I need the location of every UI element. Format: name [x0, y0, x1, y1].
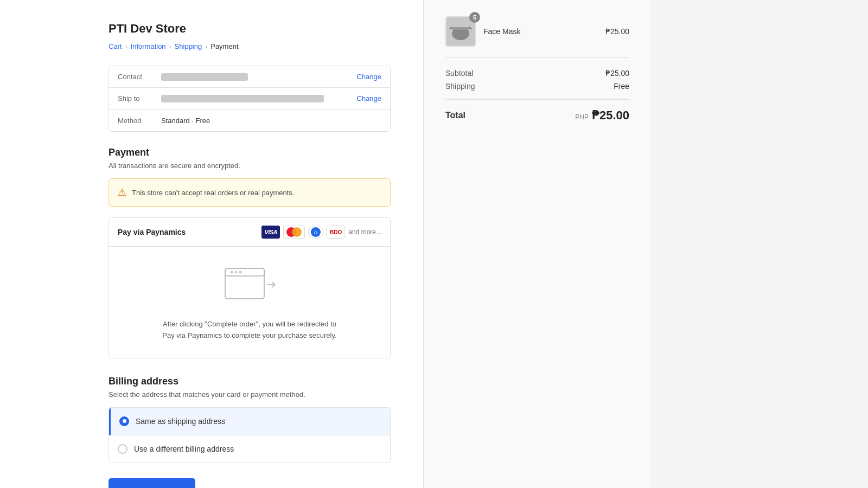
method-row: Method Standard · Free — [109, 110, 390, 131]
svg-point-5 — [235, 271, 238, 274]
total-amount: ₱25.00 — [592, 108, 629, 123]
method-value: Standard · Free — [161, 116, 381, 125]
ship-to-placeholder — [161, 95, 324, 102]
total-label: Total — [445, 111, 465, 120]
payment-icons: VISA G BDO and more... — [261, 226, 381, 239]
redirect-text: After clicking "Complete order", you wil… — [157, 319, 342, 342]
item-image-wrap: 5 — [445, 16, 476, 47]
warning-icon: ⚠ — [118, 187, 126, 198]
svg-point-4 — [231, 271, 233, 274]
total-currency: PHP — [575, 113, 589, 121]
billing-option-same[interactable]: Same as shipping address — [109, 408, 390, 435]
radio-different-billing[interactable] — [118, 444, 127, 454]
gcash-icon: G — [308, 226, 323, 239]
svg-text:G: G — [314, 230, 317, 235]
subtotal-value: ₱25.00 — [605, 69, 629, 78]
payment-header: Pay via Paynamics VISA G — [109, 218, 390, 247]
billing-option-different[interactable]: Use a different billing address — [109, 435, 390, 463]
item-quantity-badge: 5 — [469, 12, 480, 23]
shipping-value: Free — [614, 82, 629, 91]
contact-change-link[interactable]: Change — [356, 73, 381, 81]
billing-section: Billing address Select the address that … — [108, 376, 391, 463]
radio-same-shipping[interactable] — [119, 416, 129, 426]
breadcrumb-shipping[interactable]: Shipping — [175, 42, 202, 50]
svg-rect-10 — [452, 27, 469, 30]
ship-to-change-link[interactable]: Change — [356, 94, 381, 102]
contact-value — [161, 73, 356, 81]
item-details: Face Mask — [483, 27, 598, 36]
summary-rows: Subtotal ₱25.00 Shipping Free — [445, 69, 629, 91]
payment-body: After clicking "Complete order", you wil… — [109, 247, 390, 358]
billing-label-same: Same as shipping address — [136, 417, 225, 426]
breadcrumb-information[interactable]: Information — [131, 42, 166, 50]
total-row: Total PHP ₱25.00 — [445, 99, 629, 123]
visa-icon: VISA — [261, 226, 280, 239]
total-value-wrap: PHP ₱25.00 — [575, 108, 629, 123]
more-text: and more... — [348, 228, 381, 236]
right-panel: 5 Face Mask ₱25.00 Subtotal ₱25.00 Shipp… — [423, 0, 651, 488]
shipping-row: Shipping Free — [445, 82, 629, 91]
breadcrumb-sep-3: › — [205, 43, 207, 50]
contact-label: Contact — [118, 73, 161, 81]
mc-orange-circle — [292, 227, 302, 237]
item-name: Face Mask — [483, 27, 598, 36]
order-info-box: Contact Change Ship to Change Method Sta… — [108, 66, 391, 132]
warning-box: ⚠ This store can't accept real orders or… — [108, 178, 391, 207]
redirect-illustration — [220, 263, 279, 308]
bdo-icon: BDO — [327, 226, 345, 239]
order-item: 5 Face Mask ₱25.00 — [445, 16, 629, 58]
mastercard-icon — [283, 226, 305, 239]
store-title: PTI Dev Store — [108, 22, 391, 36]
payment-method-box: Pay via Paynamics VISA G — [108, 217, 391, 358]
billing-title: Billing address — [108, 376, 391, 387]
billing-label-different: Use a different billing address — [134, 445, 234, 453]
ship-to-row: Ship to Change — [109, 88, 390, 110]
billing-options: Same as shipping address Use a different… — [108, 407, 391, 463]
breadcrumb-cart[interactable]: Cart — [108, 42, 122, 50]
item-price: ₱25.00 — [605, 27, 629, 36]
payment-method-title: Pay via Paynamics — [118, 228, 186, 236]
method-label: Method — [118, 117, 161, 125]
breadcrumb-sep-2: › — [169, 43, 171, 50]
breadcrumb-payment: Payment — [210, 42, 238, 50]
ship-to-value — [161, 95, 356, 102]
shipping-label: Shipping — [445, 82, 475, 91]
action-row: Complete order Return to shipping — [108, 478, 391, 488]
contact-row: Contact Change — [109, 66, 390, 88]
payment-section-title: Payment — [108, 147, 391, 158]
billing-subtitle: Select the address that matches your car… — [108, 390, 391, 399]
subtotal-label: Subtotal — [445, 69, 473, 78]
svg-point-6 — [239, 271, 242, 274]
ship-to-label: Ship to — [118, 94, 161, 102]
contact-placeholder — [161, 73, 248, 81]
subtotal-row: Subtotal ₱25.00 — [445, 69, 629, 78]
breadcrumb-sep-1: › — [125, 43, 127, 50]
payment-section-subtitle: All transactions are secure and encrypte… — [108, 162, 391, 170]
warning-text: This store can't accept real orders or r… — [132, 189, 294, 197]
complete-order-button[interactable]: Complete order — [108, 478, 195, 488]
breadcrumb: Cart › Information › Shipping › Payment — [108, 42, 391, 50]
